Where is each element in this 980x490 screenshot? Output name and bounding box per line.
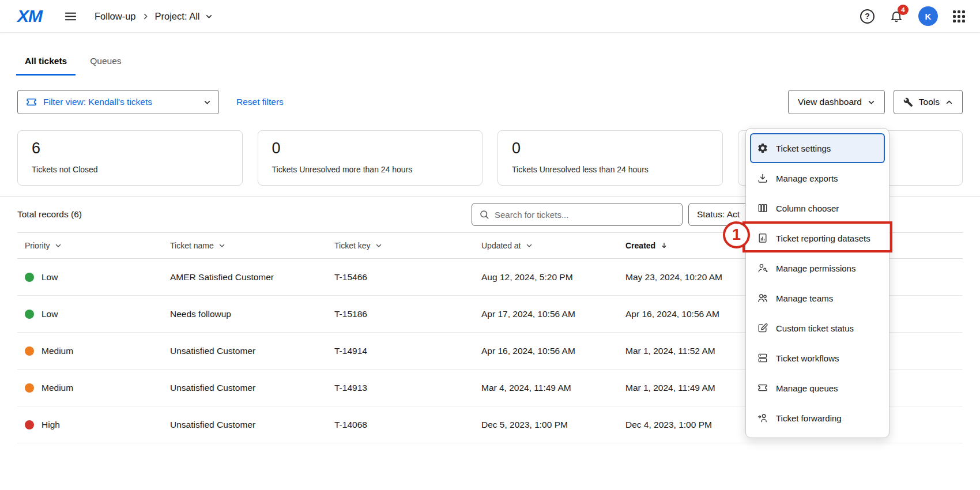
chevron-down-icon (868, 99, 875, 106)
ticket-name-cell: AMER Satisfied Customer (170, 272, 334, 282)
filter-view-label: Filter view: Kendall's tickets (43, 97, 152, 107)
reset-filters-link[interactable]: Reset filters (236, 97, 284, 107)
people-icon (757, 292, 768, 304)
stat-card-not-closed: 6 Tickets not Closed (17, 130, 243, 186)
tabs: All tickets Queues (0, 33, 980, 76)
breadcrumb: Follow-up Project: All (95, 11, 213, 22)
menu-item-manage-exports[interactable]: Manage exports (750, 163, 885, 193)
stat-value: 0 (272, 140, 469, 157)
menu-item-label: Ticket forwarding (776, 413, 842, 423)
chevron-down-icon (375, 242, 382, 249)
tools-button[interactable]: Tools (894, 90, 963, 114)
menu-item-label: Manage queues (776, 383, 838, 393)
chevron-down-icon (218, 242, 225, 249)
column-header-priority[interactable]: Priority (25, 241, 170, 250)
priority-cell: Medium (25, 346, 170, 356)
tools-label: Tools (919, 97, 940, 107)
menu-item-ticket-reporting-datasets[interactable]: Ticket reporting datasets (750, 223, 885, 253)
chevron-right-icon (142, 13, 149, 20)
search-input[interactable] (495, 210, 675, 220)
pencil-square-icon (757, 322, 768, 334)
chevron-down-icon[interactable] (205, 13, 213, 20)
stat-card-unresolved-under-24h: 0 Tickets Unresolved less than 24 hours (497, 130, 723, 186)
notification-badge: 4 (898, 5, 909, 15)
priority-cell: Low (25, 309, 170, 319)
column-header-ticket-name[interactable]: Ticket name (170, 241, 334, 250)
ticket-name-cell: Unsatisfied Customer (170, 383, 334, 393)
menu-item-label: Column chooser (776, 203, 839, 213)
chevron-down-icon (526, 242, 533, 249)
priority-dot (25, 346, 34, 356)
filter-view-dropdown[interactable]: Filter view: Kendall's tickets (17, 90, 219, 114)
stack-icon (757, 352, 768, 364)
menu-item-manage-teams[interactable]: Manage teams (750, 283, 885, 313)
tools-dropdown-menu: Ticket settings Manage exports Column ch… (745, 128, 889, 438)
menu-item-column-chooser[interactable]: Column chooser (750, 193, 885, 223)
download-icon (757, 172, 768, 184)
xm-logo[interactable]: XM (17, 6, 42, 26)
updated-at-cell: Dec 5, 2023, 1:00 PM (481, 420, 625, 430)
priority-dot (25, 420, 34, 429)
column-header-ticket-key[interactable]: Ticket key (334, 241, 481, 250)
priority-label: Medium (42, 346, 73, 356)
column-label: Created (625, 241, 655, 250)
topbar-actions: ? 4 K (860, 6, 965, 26)
menu-item-label: Manage exports (776, 174, 838, 183)
menu-item-manage-queues[interactable]: Manage queues (750, 373, 885, 403)
updated-at-cell: Apr 17, 2024, 10:56 AM (481, 309, 625, 319)
menu-item-ticket-forwarding[interactable]: Ticket forwarding (750, 403, 885, 433)
gear-icon (757, 142, 768, 154)
ticket-name-cell: Unsatisfied Customer (170, 346, 334, 356)
priority-cell: Medium (25, 383, 170, 393)
view-dashboard-label: View dashboard (798, 97, 862, 107)
filter-row: Filter view: Kendall's tickets Reset fil… (0, 90, 980, 114)
stat-label: Tickets Unresolved more than 24 hours (272, 165, 469, 174)
priority-cell: Low (25, 272, 170, 282)
wrench-icon (903, 97, 913, 107)
column-header-updated-at[interactable]: Updated at (481, 241, 625, 250)
updated-at-cell: Mar 4, 2024, 11:49 AM (481, 383, 625, 393)
view-dashboard-button[interactable]: View dashboard (788, 90, 885, 114)
avatar[interactable]: K (918, 6, 938, 26)
ticket-key-cell: T-14913 (334, 383, 481, 393)
breadcrumb-project[interactable]: Project: All (155, 11, 200, 22)
menu-item-label: Ticket reporting datasets (776, 233, 870, 243)
menu-item-ticket-workflows[interactable]: Ticket workflows (750, 343, 885, 373)
stat-label: Tickets Unresolved less than 24 hours (512, 165, 708, 174)
column-label: Ticket key (334, 241, 371, 250)
ticket-search[interactable] (472, 203, 683, 226)
updated-at-cell: Apr 16, 2024, 10:56 AM (481, 346, 625, 356)
menu-item-label: Ticket settings (776, 144, 831, 153)
filter-row-actions: View dashboard Tools (788, 90, 963, 114)
hamburger-menu-icon[interactable] (64, 10, 77, 23)
stat-label: Tickets not Closed (32, 165, 228, 174)
menu-item-label: Manage teams (776, 293, 833, 303)
menu-item-custom-ticket-status[interactable]: Custom ticket status (750, 313, 885, 343)
tab-all-tickets[interactable]: All tickets (16, 56, 76, 76)
menu-item-manage-permissions[interactable]: Manage permissions (750, 253, 885, 283)
ticket-key-cell: T-14914 (334, 346, 481, 356)
priority-label: Medium (42, 383, 73, 393)
breadcrumb-followup[interactable]: Follow-up (95, 11, 136, 22)
ticket-icon (25, 96, 37, 108)
column-label: Priority (25, 241, 50, 250)
menu-item-label: Custom ticket status (776, 323, 854, 333)
notifications-button[interactable]: 4 (889, 9, 903, 23)
search-icon (479, 209, 489, 220)
ticket-icon (757, 382, 768, 394)
tab-queues[interactable]: Queues (81, 56, 130, 76)
menu-item-label: Manage permissions (776, 263, 855, 273)
apps-grid-icon[interactable] (953, 10, 965, 22)
priority-dot (25, 310, 34, 319)
ticket-key-cell: T-15466 (334, 272, 481, 282)
ticket-key-cell: T-15186 (334, 309, 481, 319)
chevron-down-icon (55, 242, 62, 249)
menu-item-ticket-settings[interactable]: Ticket settings (750, 133, 885, 163)
menu-item-label: Ticket workflows (776, 353, 839, 363)
priority-label: High (42, 420, 60, 430)
help-icon[interactable]: ? (860, 9, 875, 24)
priority-cell: High (25, 420, 170, 430)
ticket-name-cell: Unsatisfied Customer (170, 420, 334, 430)
stat-value: 0 (512, 140, 708, 157)
topbar: XM Follow-up Project: All ? 4 K (0, 0, 980, 33)
